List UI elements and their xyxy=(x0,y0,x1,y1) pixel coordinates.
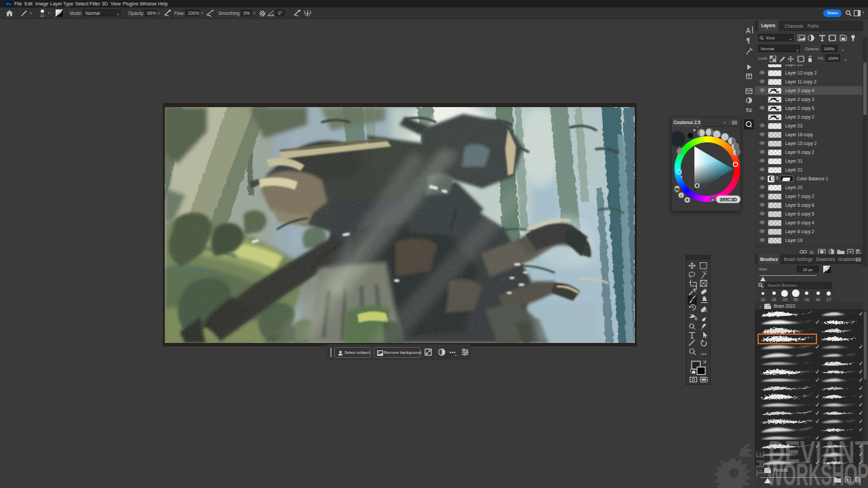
svg-text:THE: THE xyxy=(754,449,767,476)
svg-text:A: A xyxy=(746,27,751,35)
svg-text:Ps: Ps xyxy=(6,2,11,6)
svg-text:©: © xyxy=(679,194,683,198)
svg-text:¶: ¶ xyxy=(747,37,750,44)
svg-text:WORKSHOP: WORKSHOP xyxy=(767,457,868,488)
svg-text:395C3D: 395C3D xyxy=(719,197,737,202)
